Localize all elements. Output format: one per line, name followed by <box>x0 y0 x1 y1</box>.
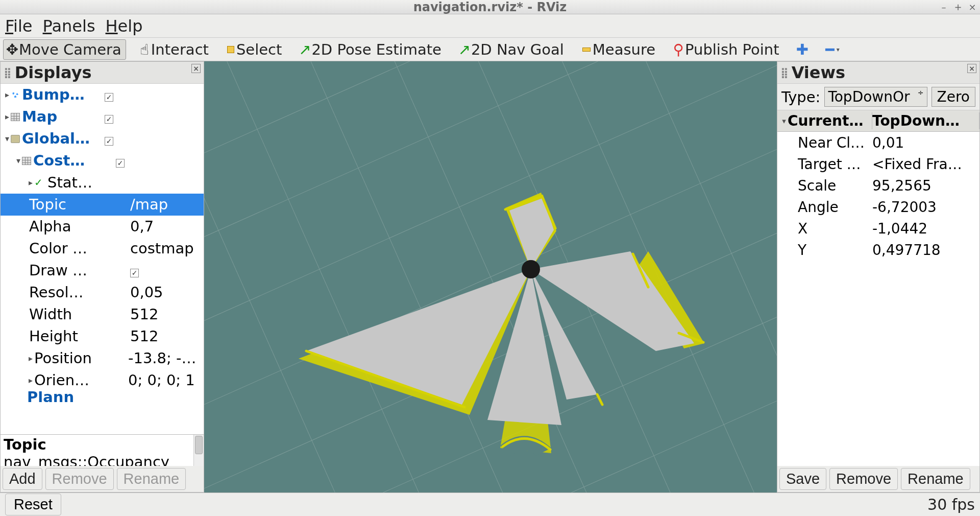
add-button[interactable]: Add <box>3 468 42 490</box>
status-ok-icon: ✓ <box>34 172 43 194</box>
minimize-icon[interactable]: – <box>939 2 948 12</box>
menu-panels[interactable]: Panels <box>43 16 95 36</box>
chevron-down-icon: ▾ <box>837 46 840 53</box>
tree-item-planner[interactable]: Plann <box>1 391 204 403</box>
checkbox-icon[interactable]: ✓ <box>105 115 113 124</box>
minus-icon: ━ <box>825 45 835 54</box>
tool-nav-goal[interactable]: ↗ 2D Nav Goal <box>455 39 569 60</box>
tool-measure[interactable]: Measure <box>578 39 660 60</box>
views-title: Views <box>792 63 845 82</box>
tool-select-label: Select <box>236 41 282 58</box>
maximize-icon[interactable]: + <box>953 2 963 12</box>
tree-item-map[interactable]: ▸Map ✓ <box>1 106 204 128</box>
tree-item-resolution[interactable]: Resol… 0,05 <box>1 282 204 303</box>
tool-interact-label: Interact <box>151 41 209 58</box>
views-angle[interactable]: Angle -6,72003 <box>777 196 979 218</box>
tree-item-bump[interactable]: ▸Bump… ✓ <box>1 84 204 106</box>
views-tree-header[interactable]: ▾Current… TopDown… <box>777 110 979 132</box>
move-camera-icon: ✥ <box>8 45 17 54</box>
views-y[interactable]: Y 0,497718 <box>777 239 979 261</box>
tool-nav-goal-label: 2D Nav Goal <box>471 41 564 58</box>
save-button[interactable]: Save <box>779 468 826 490</box>
views-buttons: Save Remove Rename <box>777 466 979 492</box>
close-icon[interactable]: × <box>968 2 977 12</box>
tool-move-camera[interactable]: ✥ Move Camera <box>3 39 126 60</box>
scrollbar-thumb[interactable] <box>195 436 203 454</box>
remove-button[interactable]: Remove <box>45 468 114 490</box>
views-x[interactable]: X -1,0442 <box>777 218 979 239</box>
checkbox-icon[interactable]: ✓ <box>130 269 139 277</box>
tool-publish-point-label: Publish Point <box>685 41 779 58</box>
tree-item-topic[interactable]: Topic /map <box>1 194 204 216</box>
plus-icon: ✚ <box>798 45 807 54</box>
grip-icon: ⣿ <box>780 66 789 79</box>
viewport-svg <box>204 61 777 492</box>
publish-point-icon: ⚲ <box>674 45 683 54</box>
window-titlebar: navigation.rviz* - RViz – + × <box>0 0 980 14</box>
zero-button[interactable]: Zero <box>932 87 975 107</box>
tree-item-cost[interactable]: ▾Cost… ✓ <box>1 150 204 172</box>
tool-move-camera-label: Move Camera <box>19 41 121 58</box>
tree-item-status[interactable]: ▸✓ Stat… <box>1 172 204 194</box>
displays-buttons: Add Remove Rename <box>1 466 204 492</box>
description-body: nav_msgs::Occupancy <box>4 453 201 466</box>
fps-label: 30 fps <box>927 496 975 513</box>
displays-panel: ⣿ Displays × ▸Bump… ✓ ▸Map ✓ ▾Global… ✓ … <box>0 61 204 492</box>
checkbox-icon[interactable]: ✓ <box>105 93 113 102</box>
tool-interact[interactable]: ☝ Interact <box>135 39 213 60</box>
robot-pose-icon <box>522 260 540 278</box>
views-type-row: Type: TopDownOr ÷ Zero <box>777 84 979 110</box>
menu-file[interactable]: File <box>5 16 33 36</box>
tool-add-display[interactable]: ✚ <box>793 43 812 56</box>
views-near-clip[interactable]: Near Cl… 0,01 <box>777 132 979 153</box>
views-scale[interactable]: Scale 95,2565 <box>777 175 979 196</box>
view-type-combo[interactable]: TopDownOr ÷ <box>824 87 927 107</box>
tree-item-position[interactable]: ▸Position -13.8; -13.… <box>1 347 204 369</box>
description-box: Topic nav_msgs::Occupancy <box>1 434 204 466</box>
render-viewport[interactable] <box>204 61 777 492</box>
checkbox-icon[interactable]: ✓ <box>116 159 125 168</box>
costmap-icon <box>22 157 31 165</box>
tool-select[interactable]: Select <box>223 39 286 60</box>
views-tree[interactable]: ▾Current… TopDown… Near Cl… 0,01 Target … <box>777 110 979 466</box>
folder-icon <box>11 135 20 143</box>
remove-button[interactable]: Remove <box>829 468 898 490</box>
chevron-down-icon: ÷ <box>918 88 924 97</box>
type-label: Type: <box>781 88 820 106</box>
tool-publish-point[interactable]: ⚲ Publish Point <box>669 39 784 60</box>
panel-close-icon[interactable]: × <box>191 64 201 73</box>
tree-item-height[interactable]: Height 512 <box>1 325 204 347</box>
tool-pose-estimate[interactable]: ↗ 2D Pose Estimate <box>296 39 446 60</box>
rename-button[interactable]: Rename <box>901 468 970 490</box>
rename-button[interactable]: Rename <box>117 468 186 490</box>
tool-pose-estimate-label: 2D Pose Estimate <box>311 41 441 58</box>
displays-tree[interactable]: ▸Bump… ✓ ▸Map ✓ ▾Global… ✓ ▾Cost… ✓ ▸✓ S… <box>1 84 204 434</box>
pose-estimate-icon: ↗ <box>300 45 309 54</box>
displays-header[interactable]: ⣿ Displays × <box>1 62 204 84</box>
description-title: Topic <box>4 436 201 453</box>
views-header[interactable]: ⣿ Views × <box>777 62 979 84</box>
window-title: navigation.rviz* - RViz <box>413 0 567 14</box>
tree-item-orientation[interactable]: ▸Orien… 0; 0; 0; 1 <box>1 369 204 391</box>
menu-help[interactable]: Help <box>106 16 143 36</box>
tree-item-draw[interactable]: Draw … ✓ <box>1 260 204 282</box>
tree-item-width[interactable]: Width 512 <box>1 303 204 325</box>
pointcloud-icon <box>11 91 20 99</box>
tool-remove-display[interactable]: ━ ▾ <box>821 43 844 56</box>
scrollbar[interactable] <box>193 435 204 466</box>
tree-item-global[interactable]: ▾Global… ✓ <box>1 128 204 150</box>
panel-close-icon[interactable]: × <box>967 64 976 73</box>
statusbar: Reset 30 fps <box>0 492 980 516</box>
tree-item-color[interactable]: Color … costmap <box>1 238 204 260</box>
tree-item-alpha[interactable]: Alpha 0,7 <box>1 216 204 238</box>
measure-icon <box>582 48 591 52</box>
views-target-frame[interactable]: Target … <Fixed Fra… <box>777 153 979 175</box>
window-controls: – + × <box>939 2 977 12</box>
views-panel: ⣿ Views × Type: TopDownOr ÷ Zero ▾Curren… <box>777 61 980 492</box>
select-icon <box>227 46 234 53</box>
toolbar: ✥ Move Camera ☝ Interact Select ↗ 2D Pos… <box>0 38 980 61</box>
checkbox-icon[interactable]: ✓ <box>105 137 113 146</box>
reset-button[interactable]: Reset <box>5 494 61 515</box>
interact-icon: ☝ <box>140 45 149 54</box>
menubar: File Panels Help <box>0 14 980 38</box>
